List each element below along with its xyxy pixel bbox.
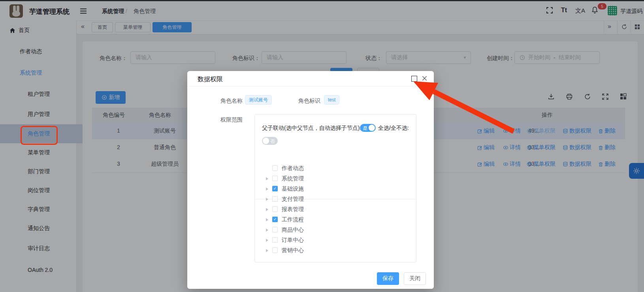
checkbox-checked[interactable]: ✓	[272, 217, 278, 222]
modal-close-button[interactable]	[422, 75, 427, 81]
tree-node-label: 系统管理	[282, 175, 304, 182]
role-key-tag: test	[324, 95, 339, 105]
modal-role-name-label: 角色名称	[220, 97, 243, 105]
checkbox-unchecked[interactable]	[272, 247, 278, 253]
tree-node-payment-management[interactable]: 支付管理	[255, 194, 416, 204]
tree-node-report-management[interactable]: 报表管理	[255, 204, 416, 215]
check-all-label: 全选/全不选:	[378, 125, 409, 132]
tree-node-label: 作者动态	[282, 165, 304, 172]
permission-scope-label: 权限范围	[220, 116, 243, 124]
modal-role-key-label: 角色标识	[298, 97, 320, 105]
modal-title: 数据权限	[198, 75, 223, 84]
role-name-tag: 测试账号	[245, 95, 272, 105]
toggle-knob	[263, 138, 269, 144]
linkage-toggle[interactable]: 是	[360, 124, 376, 132]
tree-node-label: 支付管理	[282, 196, 304, 203]
close-icon	[422, 75, 427, 81]
tree-node-label: 商品中心	[282, 226, 304, 234]
parent-child-linkage-label: 父子联动(选中父节点，自动选择子节点):	[262, 125, 361, 132]
checkbox-unchecked[interactable]	[272, 165, 278, 171]
modal-header	[187, 71, 434, 86]
linkage-toggle-on-text: 是	[363, 125, 367, 132]
tree-node-label: 报表管理	[282, 206, 304, 213]
screen: 芋道管理系统 系统管理 / 角色管理 Tt 文A 5 芋道源码 « 首页 菜单管…	[0, 0, 644, 292]
expand-caret-icon[interactable]	[266, 177, 268, 180]
tree-node-label: 订单中心	[282, 237, 304, 244]
tree-node-label: 营销中心	[282, 247, 304, 254]
tree-node-infrastructure[interactable]: ✓ 基础设施	[255, 184, 416, 194]
checkbox-unchecked[interactable]	[272, 176, 278, 181]
tree-node-workflow[interactable]: ✓ 工作流程	[255, 215, 416, 225]
expand-caret-icon[interactable]	[266, 249, 268, 252]
tree-node-product-center[interactable]: 商品中心	[255, 225, 416, 235]
tree-node-label: 基础设施	[282, 185, 304, 193]
expand-caret-icon[interactable]	[266, 239, 268, 242]
expand-caret-icon[interactable]	[266, 228, 268, 232]
checkbox-unchecked[interactable]	[272, 237, 278, 243]
expand-caret-icon[interactable]	[266, 198, 268, 201]
modal-maximize-button[interactable]	[411, 76, 417, 82]
save-button[interactable]: 保存	[377, 272, 399, 285]
expand-caret-icon[interactable]	[266, 187, 268, 191]
save-button-label: 保存	[382, 275, 394, 282]
annotation-highlight-box	[21, 126, 58, 145]
tree-node-label: 工作流程	[282, 216, 304, 223]
close-button-label: 关闭	[409, 275, 420, 282]
tree-node-marketing-center[interactable]: 营销中心	[255, 245, 416, 256]
checkbox-unchecked[interactable]	[272, 227, 278, 232]
tree-node-author-news[interactable]: 作者动态	[255, 163, 416, 174]
tree-node-system-management[interactable]: 系统管理	[255, 174, 416, 184]
tree-node-order-center[interactable]: 订单中心	[255, 235, 416, 245]
permission-tree-panel: 父子联动(选中父节点，自动选择子节点): 是 全选/全不选: 否 作者动态 系统…	[254, 114, 416, 262]
checkbox-checked[interactable]: ✓	[272, 186, 278, 191]
check-all-toggle-off-text: 否	[270, 138, 275, 145]
expand-caret-icon[interactable]	[266, 218, 268, 221]
close-button[interactable]: 关闭	[404, 272, 426, 285]
checkbox-unchecked[interactable]	[272, 196, 278, 202]
check-all-toggle[interactable]: 否	[262, 137, 278, 145]
toggle-knob	[369, 125, 375, 131]
checkbox-unchecked[interactable]	[272, 206, 278, 212]
data-permission-modal: 数据权限 角色名称 测试账号 角色标识 test 权限范围 父子联动(选中父节点…	[187, 71, 434, 289]
expand-caret-icon[interactable]	[266, 208, 268, 211]
